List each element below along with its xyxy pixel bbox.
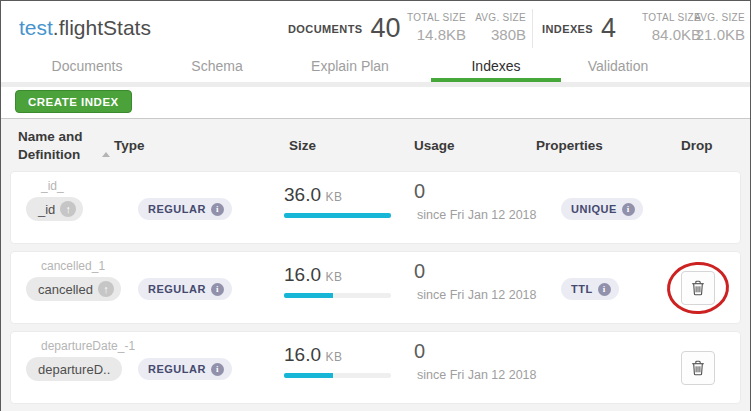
index-property-badge[interactable]: TTL xyxy=(561,278,619,300)
tab-validation[interactable]: Validation xyxy=(553,56,683,82)
index-row-departuredate: departureDate_-1 departureD.. REGULAR 16… xyxy=(10,331,741,404)
index-row-cancelled: cancelled_1 cancelled REGULAR 16.0 KB 0 … xyxy=(10,251,741,324)
size-value: 16.0 xyxy=(284,344,321,365)
usage-count: 0 xyxy=(414,260,537,283)
drop-index-button[interactable] xyxy=(681,271,715,305)
avg-size-label: AVG. SIZE xyxy=(456,12,526,23)
size-progress-fill xyxy=(284,293,333,298)
namespace-title: test.flightStats xyxy=(19,16,151,40)
column-header-properties: Properties xyxy=(536,138,603,153)
size-progress-bar xyxy=(284,373,391,378)
documents-avg-size: AVG. SIZE 380B xyxy=(456,12,526,43)
index-field-label: cancelled xyxy=(38,282,93,297)
collection-tabs: Documents Schema Explain Plan Indexes Va… xyxy=(1,56,750,82)
drop-index-button[interactable] xyxy=(681,351,715,385)
column-header-size: Size xyxy=(289,138,316,153)
index-type-label: REGULAR xyxy=(148,363,206,375)
index-type-badge[interactable]: REGULAR xyxy=(138,358,232,380)
index-name: cancelled_1 xyxy=(41,259,105,273)
usage-count: 0 xyxy=(414,340,537,363)
column-header-type: Type xyxy=(114,138,145,153)
size-value: 16.0 xyxy=(284,264,321,285)
info-icon xyxy=(598,283,611,296)
collection-view: test.flightStats DOCUMENTS 40 TOTAL SIZE… xyxy=(0,0,751,411)
indexes-label: INDEXES xyxy=(542,23,593,35)
avg-size-value: 380B xyxy=(456,26,526,43)
avg-size-label: AVG. SIZE xyxy=(677,12,745,23)
index-property-label: UNIQUE xyxy=(571,203,617,215)
tab-explain-plan[interactable]: Explain Plan xyxy=(285,56,415,82)
size-progress-fill xyxy=(284,373,333,378)
trash-icon xyxy=(691,360,705,376)
index-type-badge[interactable]: REGULAR xyxy=(138,198,232,220)
usage-since: since Fri Jan 12 2018 xyxy=(417,288,537,302)
database-name: test xyxy=(19,16,53,39)
ascending-arrow-icon xyxy=(60,201,76,217)
index-field-label: departureD.. xyxy=(38,362,110,377)
indexes-stat: INDEXES 4 xyxy=(542,1,616,56)
avg-size-value: 21.0KB xyxy=(677,26,745,43)
size-unit: KB xyxy=(325,270,342,284)
documents-stat: DOCUMENTS 40 xyxy=(288,1,401,56)
index-type-label: REGULAR xyxy=(148,203,206,215)
index-name: _id_ xyxy=(41,179,64,193)
indexes-avg-size: AVG. SIZE 21.0KB xyxy=(677,12,745,43)
stats-divider xyxy=(532,9,533,48)
usage-count: 0 xyxy=(414,180,537,203)
index-property-label: TTL xyxy=(571,283,593,295)
size-progress-bar xyxy=(284,213,391,218)
collection-header: test.flightStats DOCUMENTS 40 TOTAL SIZE… xyxy=(1,1,750,56)
index-definition-pill: departureD.. xyxy=(26,357,122,381)
index-type-label: REGULAR xyxy=(148,283,206,295)
size-value: 36.0 xyxy=(284,184,321,205)
index-size-cell: 16.0 KB xyxy=(284,264,391,298)
size-progress-bar xyxy=(284,293,391,298)
index-usage-cell: 0 since Fri Jan 12 2018 xyxy=(414,340,537,382)
info-icon xyxy=(211,283,224,296)
create-index-button[interactable]: CREATE INDEX xyxy=(15,90,132,113)
table-header-row: Name and Definition Type Size Usage Prop… xyxy=(1,119,750,171)
index-row-id: _id_ _id REGULAR 36.0 KB 0 since Fri Jan… xyxy=(10,171,741,244)
index-definition-pill: _id xyxy=(26,197,83,221)
index-size-cell: 36.0 KB xyxy=(284,184,391,218)
usage-since: since Fri Jan 12 2018 xyxy=(417,208,537,222)
column-header-drop: Drop xyxy=(681,138,713,153)
info-icon xyxy=(211,363,224,376)
usage-since: since Fri Jan 12 2018 xyxy=(417,368,537,382)
sort-ascending-icon xyxy=(102,152,110,157)
tab-schema[interactable]: Schema xyxy=(153,56,281,82)
index-usage-cell: 0 since Fri Jan 12 2018 xyxy=(414,260,537,302)
info-icon xyxy=(211,203,224,216)
index-usage-cell: 0 since Fri Jan 12 2018 xyxy=(414,180,537,222)
index-type-badge[interactable]: REGULAR xyxy=(138,278,232,300)
ascending-arrow-icon xyxy=(98,281,114,297)
info-icon xyxy=(622,203,635,216)
index-size-cell: 16.0 KB xyxy=(284,344,391,378)
index-definition-pill: cancelled xyxy=(26,277,121,301)
tab-indexes[interactable]: Indexes xyxy=(431,56,561,82)
index-field-label: _id xyxy=(38,202,55,217)
indexes-count: 4 xyxy=(601,13,616,44)
size-unit: KB xyxy=(325,190,342,204)
index-name: departureDate_-1 xyxy=(41,339,135,353)
column-header-usage: Usage xyxy=(414,138,455,153)
documents-label: DOCUMENTS xyxy=(288,23,363,35)
index-property-badge[interactable]: UNIQUE xyxy=(561,198,643,220)
tab-documents[interactable]: Documents xyxy=(23,56,151,82)
indexes-toolbar: CREATE INDEX xyxy=(1,87,750,119)
column-header-name-definition[interactable]: Name and Definition xyxy=(18,128,104,164)
collection-name: flightStats xyxy=(59,16,151,39)
indexes-table: Name and Definition Type Size Usage Prop… xyxy=(1,119,750,411)
size-unit: KB xyxy=(325,350,342,364)
trash-icon xyxy=(691,280,705,296)
size-progress-fill xyxy=(284,213,391,218)
